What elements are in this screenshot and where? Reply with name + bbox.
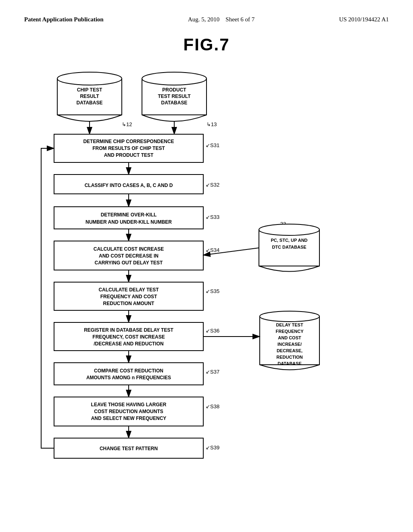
- svg-text:PRODUCT: PRODUCT: [162, 87, 186, 93]
- patent-number: US 2010/194422 A1: [339, 16, 389, 23]
- svg-text:RESULT: RESULT: [80, 94, 99, 99]
- svg-text:↳12: ↳12: [122, 121, 132, 127]
- sheet-label: Sheet 6 of 7: [225, 16, 254, 23]
- svg-text:DETERMINE CHIP CORRESPONDENCE: DETERMINE CHIP CORRESPONDENCE: [83, 139, 174, 144]
- svg-text:CHIP TEST: CHIP TEST: [77, 87, 102, 93]
- svg-text:NUMBER AND UNDER-KILL NUMBER: NUMBER AND UNDER-KILL NUMBER: [86, 219, 172, 225]
- svg-rect-64: [54, 363, 203, 385]
- svg-text:DATABASE: DATABASE: [77, 100, 103, 106]
- svg-text:LEAVE THOSE HAVING LARGER: LEAVE THOSE HAVING LARGER: [91, 402, 167, 407]
- svg-text:DELAY TEST: DELAY TEST: [276, 322, 303, 327]
- svg-text:↙S35: ↙S35: [206, 288, 219, 294]
- svg-text:REDUCTION: REDUCTION: [276, 355, 302, 360]
- svg-point-7: [142, 72, 206, 85]
- page: Patent Application Publication Aug. 5, 2…: [0, 0, 413, 532]
- flowchart-svg: CHIP TEST RESULT DATABASE ↳12 PRODUCT TE…: [33, 66, 380, 510]
- publication-label: Patent Application Publication: [24, 16, 104, 23]
- svg-text:/DECREASE AND REDUCTION: /DECREASE AND REDUCTION: [94, 341, 164, 347]
- svg-text:DECREASE,: DECREASE,: [277, 348, 302, 353]
- svg-text:↙S38: ↙S38: [206, 403, 219, 409]
- svg-text:REGISTER IN DATABASE DELAY TES: REGISTER IN DATABASE DELAY TEST: [84, 327, 173, 333]
- svg-text:↙S39: ↙S39: [206, 445, 219, 451]
- svg-text:↙S34: ↙S34: [206, 247, 219, 253]
- svg-text:CALCULATE COST INCREASE: CALCULATE COST INCREASE: [94, 246, 164, 252]
- svg-point-49: [260, 311, 319, 322]
- svg-text:INCREASE/: INCREASE/: [277, 342, 302, 347]
- svg-text:CHANGE TEST PATTERN: CHANGE TEST PATTERN: [100, 446, 158, 451]
- svg-text:FREQUENCY AND COST: FREQUENCY AND COST: [100, 294, 157, 299]
- svg-text:FREQUENCY: FREQUENCY: [275, 329, 304, 334]
- figure-title: FIG.7: [24, 35, 389, 54]
- svg-text:FREQUENCY, COST INCREASE: FREQUENCY, COST INCREASE: [92, 334, 165, 340]
- svg-text:DATABASE: DATABASE: [161, 100, 188, 106]
- svg-text:↙S31: ↙S31: [206, 142, 219, 148]
- svg-point-31: [259, 224, 319, 235]
- svg-text:DETERMINE OVER-KILL: DETERMINE OVER-KILL: [101, 212, 157, 218]
- svg-text:TEST RESULT: TEST RESULT: [158, 94, 191, 99]
- svg-text:↙S36: ↙S36: [206, 328, 219, 334]
- svg-text:AND COST: AND COST: [278, 335, 301, 340]
- svg-text:↙S37: ↙S37: [206, 369, 219, 375]
- svg-text:AND PRODUCT TEST: AND PRODUCT TEST: [104, 152, 154, 158]
- svg-text:↙S33: ↙S33: [206, 214, 219, 220]
- date-label: Aug. 5, 2010: [188, 16, 219, 23]
- header-center: Aug. 5, 2010 Sheet 6 of 7: [188, 16, 254, 23]
- svg-text:CLASSIFY INTO CASES A, B, C AN: CLASSIFY INTO CASES A, B, C AND D: [85, 183, 173, 188]
- svg-text:DATABASE: DATABASE: [277, 361, 301, 366]
- header: Patent Application Publication Aug. 5, 2…: [0, 0, 413, 27]
- svg-text:AMOUNTS AMONG n FREQUENCIES: AMOUNTS AMONG n FREQUENCIES: [86, 375, 171, 380]
- svg-text:COST REDUCTION AMOUNTS: COST REDUCTION AMOUNTS: [94, 409, 163, 414]
- svg-text:DTC DATABASE: DTC DATABASE: [272, 245, 306, 249]
- svg-text:COMPARE COST REDUCTION: COMPARE COST REDUCTION: [94, 368, 163, 374]
- svg-text:AND COST DECREASE IN: AND COST DECREASE IN: [99, 253, 159, 259]
- svg-text:FROM RESULTS OF CHIP TEST: FROM RESULTS OF CHIP TEST: [92, 145, 165, 151]
- svg-text:↳13: ↳13: [206, 121, 217, 127]
- svg-rect-24: [54, 207, 203, 229]
- svg-text:PC, STC, UP AND: PC, STC, UP AND: [271, 238, 307, 243]
- svg-text:↙S32: ↙S32: [206, 182, 219, 188]
- svg-text:CARRYING OUT DELAY TEST: CARRYING OUT DELAY TEST: [95, 260, 163, 266]
- diagram-area: FIG.7 CHIP TEST RESULT DATABASE ↳12 PROD…: [0, 27, 413, 518]
- svg-text:CALCULATE DELAY TEST: CALCULATE DELAY TEST: [98, 287, 159, 293]
- svg-point-1: [57, 72, 122, 85]
- svg-text:AND SELECT NEW FREQUENCY: AND SELECT NEW FREQUENCY: [91, 416, 167, 421]
- svg-text:REDUCTION AMOUNT: REDUCTION AMOUNT: [103, 301, 155, 306]
